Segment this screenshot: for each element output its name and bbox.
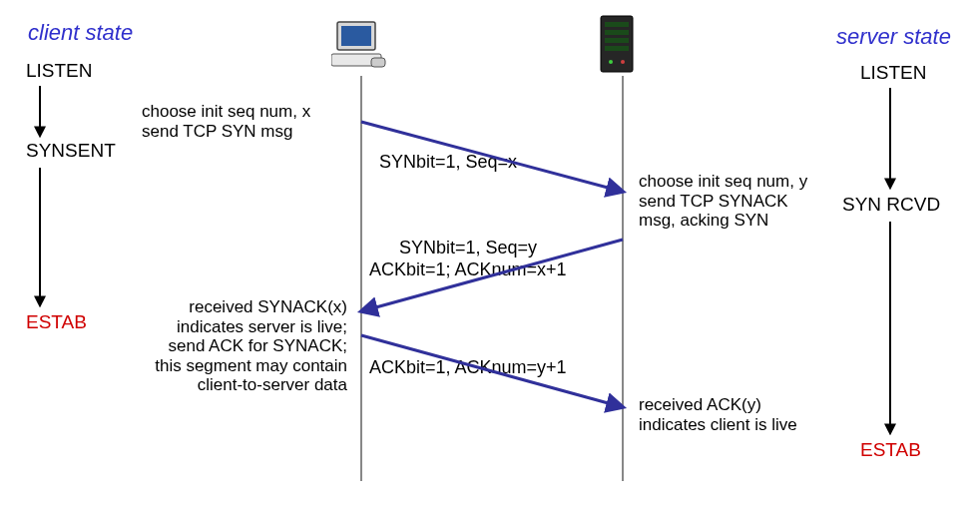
note-line: msg, acking SYN xyxy=(639,211,807,231)
server-choose-note: choose init seq num, y send TCP SYNACK m… xyxy=(639,172,807,231)
note-line: choose init seq num, x xyxy=(142,102,310,122)
server-state-header: server state xyxy=(836,24,951,50)
server-received-note: received ACK(y) indicates client is live xyxy=(639,395,797,434)
server-icon xyxy=(597,14,639,76)
note-line: send ACK for SYNACK; xyxy=(128,336,347,356)
ack-msg-label: ACKbit=1, ACKnum=y+1 xyxy=(369,357,567,378)
synack-msg-line1: SYNbit=1, Seq=y xyxy=(399,238,537,258)
note-line: send TCP SYNACK xyxy=(639,192,807,212)
note-line: indicates server is live; xyxy=(128,317,347,337)
svg-point-10 xyxy=(621,60,625,64)
svg-rect-1 xyxy=(341,26,371,46)
synack-msg-line2: ACKbit=1; ACKnum=x+1 xyxy=(369,259,567,280)
server-state-estab: ESTAB xyxy=(860,439,921,461)
client-state-listen: LISTEN xyxy=(26,60,93,82)
note-line: this segment may contain xyxy=(128,356,347,376)
computer-icon xyxy=(331,18,391,74)
note-line: received SYNACK(x) xyxy=(128,297,347,317)
client-state-estab: ESTAB xyxy=(26,311,87,333)
svg-point-9 xyxy=(609,60,613,64)
note-line: indicates client is live xyxy=(639,415,797,435)
server-state-listen: LISTEN xyxy=(860,62,927,84)
svg-rect-7 xyxy=(605,38,629,43)
svg-rect-6 xyxy=(605,30,629,35)
client-state-synsent: SYNSENT xyxy=(26,140,116,162)
svg-rect-5 xyxy=(605,22,629,27)
client-choose-note: choose init seq num, x send TCP SYN msg xyxy=(142,102,310,141)
syn-msg-label: SYNbit=1, Seq=x xyxy=(379,152,517,173)
server-state-synrcvd: SYN RCVD xyxy=(842,194,940,216)
note-line: send TCP SYN msg xyxy=(142,122,310,142)
note-line: received ACK(y) xyxy=(639,395,797,415)
svg-rect-8 xyxy=(605,46,629,51)
svg-rect-3 xyxy=(371,58,385,67)
note-line: choose init seq num, y xyxy=(639,172,807,192)
client-received-note: received SYNACK(x) indicates server is l… xyxy=(128,297,347,395)
client-state-header: client state xyxy=(28,20,133,46)
note-line: client-to-server data xyxy=(128,375,347,395)
